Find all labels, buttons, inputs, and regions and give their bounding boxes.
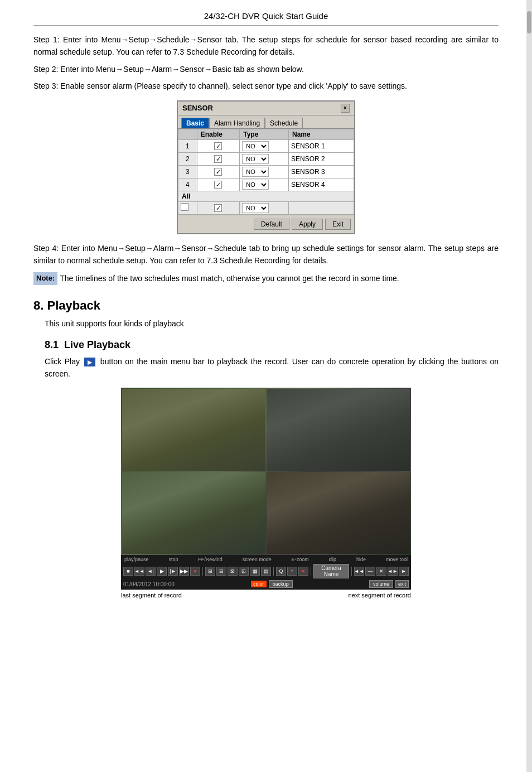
- tab-alarm-handling[interactable]: Alarm Handling: [209, 118, 265, 128]
- note-label: Note:: [33, 272, 57, 285]
- scrollbar[interactable]: [526, 0, 532, 772]
- all-name-cell: [288, 201, 354, 214]
- type-cell[interactable]: NO: [240, 165, 289, 178]
- all-row-num: [178, 201, 197, 214]
- color-button[interactable]: color: [251, 581, 267, 587]
- exit-button[interactable]: Exit: [325, 219, 351, 230]
- tab-schedule[interactable]: Schedule: [265, 118, 303, 128]
- type-select[interactable]: NO: [242, 141, 269, 151]
- layout-2-button[interactable]: ⊟: [216, 567, 226, 576]
- type-select[interactable]: NO: [242, 180, 269, 190]
- name-cell: SENSOR 2: [288, 152, 354, 165]
- tab-basic[interactable]: Basic: [181, 118, 209, 128]
- record-button[interactable]: ●: [190, 567, 200, 576]
- all-label: All: [178, 191, 354, 201]
- playback-image-container: play/pause stop FF/Rewind screen mode E-…: [33, 388, 499, 599]
- all-row-checkbox-outer[interactable]: [181, 203, 188, 211]
- label-stop: stop: [168, 557, 178, 562]
- label-move-tool: move tool: [386, 557, 408, 562]
- step2-text: Step 2: Enter into Menu→Setup→Alarm→Sens…: [33, 63, 499, 75]
- video-cell-4: [267, 472, 410, 554]
- backup-button[interactable]: backup: [269, 580, 293, 588]
- next-segment-label: next segment of record: [348, 592, 411, 599]
- step1-text: Step 1: Enter into Menu→Setup→Schedule→S…: [33, 33, 499, 59]
- all-row-label: All: [178, 191, 354, 201]
- row-number: 3: [178, 165, 197, 178]
- step-forward-button[interactable]: |►: [168, 567, 178, 576]
- section81-header: 8.1 Live Playback: [45, 339, 499, 351]
- label-hide: hide: [356, 557, 366, 562]
- vol-minus-button[interactable]: —: [365, 567, 375, 576]
- all-checkbox[interactable]: [214, 204, 222, 212]
- col-enable: Enable: [197, 129, 240, 139]
- close-x-button[interactable]: ✕: [298, 567, 308, 576]
- type-cell[interactable]: NO: [240, 178, 289, 191]
- checkbox[interactable]: [214, 181, 222, 189]
- vol-prev-button[interactable]: ◄◄: [354, 567, 364, 576]
- section81-desc-pre: Click Play: [45, 357, 83, 366]
- checkbox[interactable]: [214, 142, 222, 150]
- all-row: NO: [178, 201, 354, 214]
- exit-playback-button[interactable]: exit: [395, 580, 409, 588]
- playback-bottom-labels: last segment of record next segment of r…: [121, 592, 411, 599]
- zoom-button[interactable]: Q: [276, 567, 286, 576]
- enable-cell[interactable]: [197, 139, 240, 152]
- type-cell[interactable]: NO: [240, 139, 289, 152]
- volume-label: volume: [369, 580, 393, 588]
- scrollbar-thumb[interactable]: [527, 11, 531, 33]
- clip-button[interactable]: +: [287, 567, 297, 576]
- table-row: 2 NO SENSOR 2: [178, 152, 354, 165]
- all-type-cell[interactable]: NO: [240, 201, 289, 214]
- next-arrow-button[interactable]: ►: [399, 567, 409, 576]
- layout-3-button[interactable]: ⊠: [228, 567, 238, 576]
- row-number: 2: [178, 152, 197, 165]
- default-button[interactable]: Default: [254, 219, 289, 230]
- video-area: [121, 388, 411, 555]
- fast-forward-button[interactable]: ▶▶: [179, 567, 189, 576]
- vol-close-button[interactable]: ✕: [376, 567, 386, 576]
- separator4: [351, 567, 352, 576]
- play-icon-inline: ▶: [84, 358, 95, 366]
- step4-text: Step 4: Enter into Menu→Setup→Alarm→Sens…: [33, 242, 499, 267]
- toolbar-bottom: 01/04/2012 10:00:00 color backup volume …: [123, 580, 409, 588]
- section81-description: Click Play ▶ button on the main menu bar…: [45, 355, 499, 380]
- type-select[interactable]: NO: [242, 167, 269, 177]
- enable-cell[interactable]: [197, 152, 240, 165]
- sensor-dialog: SENSOR × Basic Alarm Handling Schedule E…: [177, 100, 355, 234]
- label-screen-mode: screen mode: [243, 557, 272, 562]
- playback-timestamp: 01/04/2012 10:00:00: [123, 581, 175, 587]
- type-cell[interactable]: NO: [240, 152, 289, 165]
- note-box: Note: The timelines of the two schedules…: [33, 272, 499, 285]
- toolbar-buttons: ■ ◄◄ ◄| ▶ |► ▶▶ ● ⊞ ⊟ ⊠ ⊡ ▦ ▤ Q +: [123, 563, 409, 580]
- rewind-button[interactable]: ◄◄: [134, 567, 144, 576]
- type-select[interactable]: NO: [242, 154, 269, 164]
- layout-1-button[interactable]: ⊞: [205, 567, 215, 576]
- layout-5-button[interactable]: ▦: [250, 567, 260, 576]
- sensor-dialog-wrapper: SENSOR × Basic Alarm Handling Schedule E…: [33, 100, 499, 234]
- vol-next-button[interactable]: ◄►: [388, 567, 398, 576]
- name-cell: SENSOR 4: [288, 178, 354, 191]
- stop-button[interactable]: ■: [123, 567, 133, 576]
- apply-button[interactable]: Apply: [292, 219, 323, 230]
- all-enable-cell[interactable]: [197, 201, 240, 214]
- separator2: [273, 567, 274, 576]
- toolbar-area: play/pause stop FF/Rewind screen mode E-…: [121, 555, 411, 590]
- enable-cell[interactable]: [197, 178, 240, 191]
- playback-screen: play/pause stop FF/Rewind screen mode E-…: [121, 388, 411, 599]
- enable-cell[interactable]: [197, 165, 240, 178]
- name-cell: SENSOR 3: [288, 165, 354, 178]
- layout-4-button[interactable]: ⊡: [239, 567, 249, 576]
- col-type: Type: [240, 129, 289, 139]
- label-ff-rewind: FF/Rewind: [198, 557, 223, 562]
- section8-header: 8. Playback: [33, 298, 499, 313]
- play-button[interactable]: ▶: [157, 567, 167, 576]
- layout-6-button[interactable]: ▤: [261, 567, 271, 576]
- label-play-pause: play/pause: [124, 557, 149, 562]
- section81-desc-post: button on the main menu bar to playback …: [45, 357, 499, 378]
- step-back-button[interactable]: ◄|: [146, 567, 156, 576]
- sensor-close-button[interactable]: ×: [341, 104, 350, 113]
- row-number: 1: [178, 139, 197, 152]
- checkbox[interactable]: [214, 155, 222, 163]
- all-type-select[interactable]: NO: [242, 203, 269, 213]
- checkbox[interactable]: [214, 168, 222, 176]
